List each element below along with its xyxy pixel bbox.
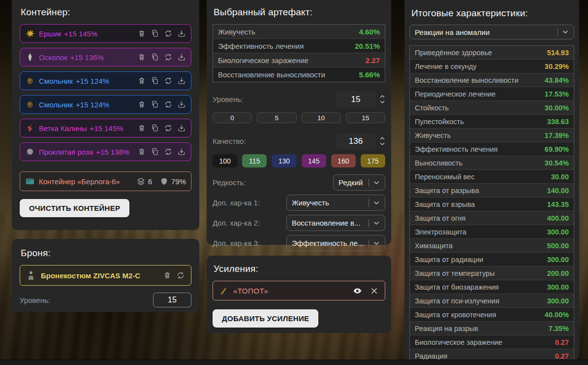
artifact-name: Ветка Калины xyxy=(39,124,87,133)
quality-preset-button[interactable]: 100 xyxy=(213,154,237,167)
container-item-vetka[interactable]: Ветка Калины +15 145% xyxy=(20,119,191,137)
artifact-name: Смольник xyxy=(39,100,73,109)
copy-icon[interactable] xyxy=(151,29,159,38)
replace-icon[interactable] xyxy=(164,76,173,85)
artifact-mod: +15 145% xyxy=(64,30,97,38)
replace-icon[interactable] xyxy=(164,100,173,109)
artifact-title: Выбранный артефакт: xyxy=(214,7,385,18)
replace-icon[interactable] xyxy=(164,29,173,38)
level-preset-button[interactable]: 5 xyxy=(257,112,296,123)
copy-icon[interactable] xyxy=(151,147,159,156)
boost-item[interactable]: «ТОПОТ» xyxy=(213,281,385,300)
artifact-mod: +15 124% xyxy=(76,100,109,109)
shield-icon xyxy=(159,177,169,186)
total-stat-row: Защита от разрыва140.00 xyxy=(410,184,574,198)
extra-stat-3-select[interactable]: Эффективность ле... xyxy=(286,235,385,251)
delete-icon[interactable] xyxy=(137,29,146,38)
quality-preset-button[interactable]: 115 xyxy=(242,154,267,167)
total-stat-row: Защита от пси-излучения300.00 xyxy=(410,294,574,308)
total-stat-row: Периодическое лечение17.53% xyxy=(410,87,574,101)
decrement-icon[interactable] xyxy=(379,142,385,146)
replace-icon[interactable] xyxy=(164,53,173,62)
container-slot[interactable]: Контейнер «Берлога-6» 6 79% xyxy=(20,171,191,191)
chevron-down-icon xyxy=(373,199,380,206)
artifact-name: Осколок xyxy=(39,53,67,62)
chevron-down-icon xyxy=(373,220,380,227)
artifact-name: Проклятая роза xyxy=(39,148,93,156)
quality-preset-button[interactable]: 160 xyxy=(331,154,356,167)
artifact-ershik-icon xyxy=(25,29,35,38)
artifact-oskolok-icon xyxy=(25,53,35,62)
level-preset-button[interactable]: 10 xyxy=(302,112,341,123)
armor-name: Бронекостюм ZIVCAS M2-C xyxy=(41,271,140,280)
copy-icon[interactable] xyxy=(151,76,159,85)
container-item-ershik[interactable]: Ершик +15 145% xyxy=(20,24,191,43)
level-preset-button[interactable]: 0 xyxy=(213,112,252,123)
save-icon[interactable] xyxy=(177,100,186,109)
container-item-smolnik-1[interactable]: Смольник +15 124% xyxy=(20,71,191,90)
container-item-oskolok[interactable]: Осколок +15 136% xyxy=(20,48,191,66)
delete-icon[interactable] xyxy=(137,100,146,109)
level-label: Уровень: xyxy=(213,95,243,103)
replace-icon[interactable] xyxy=(164,147,173,156)
rarity-select[interactable]: Редкий xyxy=(333,174,385,191)
delete-icon[interactable] xyxy=(137,147,146,156)
artifact-smolnik-icon xyxy=(25,76,35,85)
totals-panel: Итоговые характеристики: Реакции на аном… xyxy=(404,0,579,360)
extra-stat-3-label: Доп. хар-ка 3: xyxy=(213,239,260,247)
level-input[interactable] xyxy=(336,91,376,107)
delete-icon[interactable] xyxy=(137,76,146,85)
total-stat-row: Защита от биозаражения300.00 xyxy=(410,280,574,294)
copy-icon[interactable] xyxy=(151,124,159,133)
container-panel: Контейнер: Ершик +15 145% Осколок +15 13… xyxy=(12,0,199,230)
container-item-smolnik-2[interactable]: Смольник +15 124% xyxy=(20,95,191,114)
level-preset-button[interactable]: 15 xyxy=(346,112,385,123)
save-icon[interactable] xyxy=(177,76,186,85)
total-stat-row: Стойкость30.00% xyxy=(410,101,574,115)
armor-item[interactable]: Бронекостюм ZIVCAS M2-C xyxy=(20,265,191,286)
add-boost-button[interactable]: ДОБАВИТЬ УСИЛЕНИЕ xyxy=(213,309,318,328)
save-icon[interactable] xyxy=(177,53,186,62)
container-item-roza[interactable]: Проклятая роза +15 138% xyxy=(20,142,191,161)
totals-list: Приведённое здоровье514.93 Лечение в сек… xyxy=(409,45,574,364)
total-stat-row: Восстановление выносливости43.84% xyxy=(410,73,574,87)
armor-level-input[interactable] xyxy=(153,293,191,307)
delete-icon[interactable] xyxy=(137,124,146,133)
total-stat-row: Защита от температуры200.00 xyxy=(410,266,574,280)
total-stat-row: Реакция на разрыв7.35% xyxy=(410,322,574,335)
artifact-mod: +15 136% xyxy=(70,53,104,62)
extra-stat-2-select[interactable]: Восстановление в... xyxy=(286,215,385,231)
anomaly-reactions-select[interactable]: Реакции на аномалии xyxy=(409,25,574,39)
eye-icon[interactable] xyxy=(353,286,362,296)
total-stat-row: Выносливость30.54% xyxy=(410,156,574,170)
delete-icon[interactable] xyxy=(163,271,172,280)
clear-container-button[interactable]: ОЧИСТИТЬ КОНТЕЙНЕР xyxy=(20,199,129,217)
total-stat-row: Эффективность лечения69.90% xyxy=(410,142,574,156)
armor-level-label: Уровень: xyxy=(20,296,50,304)
quality-input[interactable] xyxy=(336,133,376,149)
stack-count: 6 xyxy=(148,177,152,186)
selected-artifact-panel: Выбранный артефакт: Живучесть4.60% Эффек… xyxy=(207,0,391,245)
save-icon[interactable] xyxy=(177,29,186,38)
artifact-stats: Живучесть4.60% Эффективность лечения20.5… xyxy=(213,24,385,82)
copy-icon[interactable] xyxy=(151,100,159,109)
save-icon[interactable] xyxy=(177,147,186,156)
quality-preset-button[interactable]: 130 xyxy=(272,154,296,167)
quality-label: Качество: xyxy=(213,137,246,145)
increment-icon[interactable] xyxy=(379,95,385,98)
quality-presets: 100 115 130 145 160 175 xyxy=(213,154,385,167)
extra-stat-1-select[interactable]: Живучесть xyxy=(286,195,385,211)
delete-icon[interactable] xyxy=(137,53,146,62)
replace-icon[interactable] xyxy=(164,124,173,133)
close-icon[interactable] xyxy=(370,286,379,296)
save-icon[interactable] xyxy=(177,124,186,133)
copy-icon[interactable] xyxy=(151,53,159,62)
quality-preset-button[interactable]: 145 xyxy=(302,154,326,167)
replace-icon[interactable] xyxy=(176,271,185,280)
artifact-mod: +15 124% xyxy=(76,77,109,85)
quality-preset-button[interactable]: 175 xyxy=(361,154,385,167)
artifact-smolnik-icon xyxy=(25,100,35,109)
decrement-icon[interactable] xyxy=(379,100,385,104)
increment-icon[interactable] xyxy=(379,136,385,140)
total-stat-row: Защита от огня400.00 xyxy=(410,211,574,225)
